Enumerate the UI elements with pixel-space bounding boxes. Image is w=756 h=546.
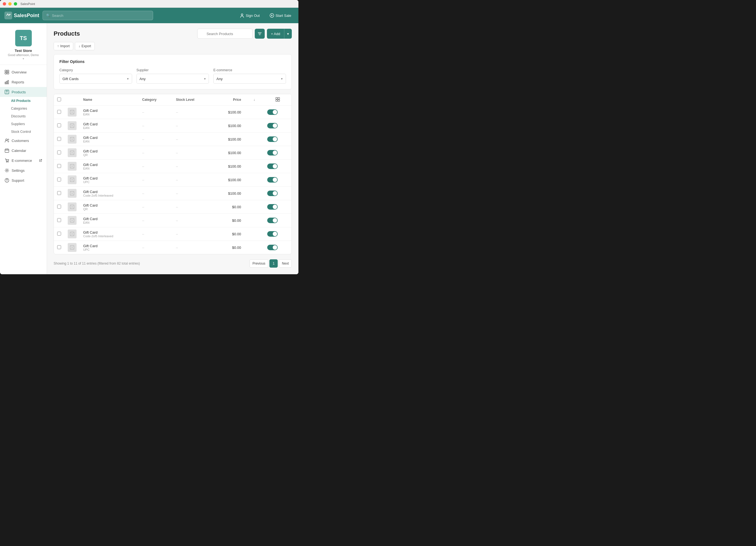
sidebar-item-products[interactable]: Products	[0, 87, 47, 97]
product-thumbnail	[68, 135, 77, 144]
product-toggle[interactable]	[267, 245, 278, 250]
category-select[interactable]: Gift Cards All	[59, 74, 132, 84]
select-all-checkbox[interactable]	[57, 98, 61, 101]
supplier-select[interactable]: Any	[137, 74, 209, 84]
export-button[interactable]: ↓ Export	[75, 42, 95, 50]
submenu-discounts[interactable]: Discounts	[11, 112, 47, 120]
product-toggle[interactable]	[267, 137, 278, 142]
row-checkbox-cell[interactable]	[54, 214, 64, 227]
product-toggle[interactable]	[267, 177, 278, 183]
row-checkbox-cell[interactable]	[54, 133, 64, 146]
row-checkbox[interactable]	[57, 110, 61, 114]
global-search[interactable]: 🔍 Search	[43, 11, 153, 20]
minimize-button[interactable]	[8, 2, 12, 6]
row-checkbox-cell[interactable]	[54, 119, 64, 133]
row-toggle-cell[interactable]	[264, 119, 292, 133]
row-checkbox[interactable]	[57, 164, 61, 168]
price-header[interactable]: Price	[213, 94, 244, 106]
sidebar-item-support[interactable]: Support	[0, 175, 47, 185]
row-checkbox-cell[interactable]	[54, 227, 64, 241]
row-toggle-cell[interactable]	[264, 173, 292, 187]
next-button[interactable]: Next	[279, 259, 292, 268]
product-name: Gift Card	[83, 203, 136, 208]
product-toggle[interactable]	[267, 150, 278, 156]
sidebar-item-customers[interactable]: Customers	[0, 136, 47, 146]
row-toggle-cell[interactable]	[264, 160, 292, 173]
sign-out-button[interactable]: Sign Out	[237, 12, 263, 19]
row-checkbox[interactable]	[57, 137, 61, 141]
row-toggle-cell[interactable]	[264, 200, 292, 214]
row-checkbox-cell[interactable]	[54, 241, 64, 255]
product-name: Gift Card	[83, 136, 136, 140]
sidebar-item-calendar[interactable]: Calendar	[0, 146, 47, 156]
svg-rect-15	[5, 149, 9, 153]
search-products-input[interactable]	[197, 29, 253, 39]
product-toggle[interactable]	[267, 109, 278, 115]
row-name-cell: Gift Card QR	[80, 200, 139, 214]
table-row: Gift Card EAN – – $100.00	[54, 133, 292, 146]
product-toggle[interactable]	[267, 204, 278, 210]
sidebar-item-overview[interactable]: Overview	[0, 67, 47, 77]
category-header[interactable]: Category	[139, 94, 173, 106]
sidebar-item-settings[interactable]: Settings	[0, 166, 47, 175]
row-checkbox-cell[interactable]	[54, 200, 64, 214]
add-dropdown-button[interactable]: ▾	[284, 29, 292, 39]
grid-header[interactable]	[264, 94, 292, 106]
product-toggle[interactable]	[267, 191, 278, 196]
row-checkbox[interactable]	[57, 151, 61, 154]
stock-value: –	[176, 192, 178, 196]
submenu-suppliers[interactable]: Suppliers	[11, 120, 47, 128]
store-dropdown-arrow[interactable]: ▾	[23, 57, 24, 60]
row-checkbox-cell[interactable]	[54, 173, 64, 187]
submenu-stock-control[interactable]: Stock Control	[11, 128, 47, 136]
row-toggle-cell[interactable]	[264, 187, 292, 200]
sidebar-item-ecommerce[interactable]: E-commerce	[0, 156, 47, 166]
product-toggle[interactable]	[267, 218, 278, 223]
row-checkbox-cell[interactable]	[54, 146, 64, 160]
row-toggle-cell[interactable]	[264, 106, 292, 119]
filter-title: Filter Options	[59, 59, 286, 64]
close-button[interactable]	[3, 2, 6, 6]
row-toggle-cell[interactable]	[264, 241, 292, 255]
submenu-categories[interactable]: Categories	[11, 105, 47, 112]
logo[interactable]: SalesPoint	[4, 12, 39, 19]
name-header[interactable]: Name	[80, 94, 139, 106]
category-value: –	[142, 232, 144, 236]
row-toggle-cell[interactable]	[264, 133, 292, 146]
store-info[interactable]: TS Test Store Good afternoon, Demo ▾	[0, 27, 47, 65]
category-value: –	[142, 137, 144, 141]
previous-button[interactable]: Previous	[250, 259, 269, 268]
ecommerce-select[interactable]: Any	[213, 74, 286, 84]
product-toggle[interactable]	[267, 164, 278, 169]
row-checkbox[interactable]	[57, 178, 61, 182]
row-toggle-cell[interactable]	[264, 227, 292, 241]
row-toggle-cell[interactable]	[264, 214, 292, 227]
submenu-all-products[interactable]: All Products	[11, 97, 47, 105]
start-sale-button[interactable]: Start Sale	[267, 12, 294, 19]
stock-header[interactable]: Stock Level	[173, 94, 213, 106]
row-checkbox[interactable]	[57, 232, 61, 236]
filter-button[interactable]	[255, 29, 265, 39]
add-button[interactable]: + Add	[267, 29, 284, 39]
import-button[interactable]: ↑ Import	[54, 42, 73, 50]
row-checkbox-cell[interactable]	[54, 160, 64, 173]
row-checkbox[interactable]	[57, 191, 61, 195]
stock-value: –	[176, 246, 178, 250]
product-toggle[interactable]	[267, 123, 278, 129]
row-checkbox-cell[interactable]	[54, 106, 64, 119]
row-checkbox[interactable]	[57, 245, 61, 249]
sort-header[interactable]: ↓	[245, 94, 264, 106]
row-checkbox[interactable]	[57, 205, 61, 209]
select-all-header[interactable]	[54, 94, 64, 106]
maximize-button[interactable]	[14, 2, 17, 6]
product-ean: EAN	[83, 113, 136, 116]
product-toggle[interactable]	[267, 231, 278, 237]
row-toggle-cell[interactable]	[264, 146, 292, 160]
page-1-button[interactable]: 1	[269, 259, 278, 268]
sidebar: TS Test Store Good afternoon, Demo ▾ Ove…	[0, 23, 47, 274]
sidebar-item-reports[interactable]: Reports	[0, 77, 47, 87]
row-checkbox[interactable]	[57, 124, 61, 127]
row-checkbox[interactable]	[57, 218, 61, 222]
row-stock-cell: –	[173, 200, 213, 214]
row-checkbox-cell[interactable]	[54, 187, 64, 200]
